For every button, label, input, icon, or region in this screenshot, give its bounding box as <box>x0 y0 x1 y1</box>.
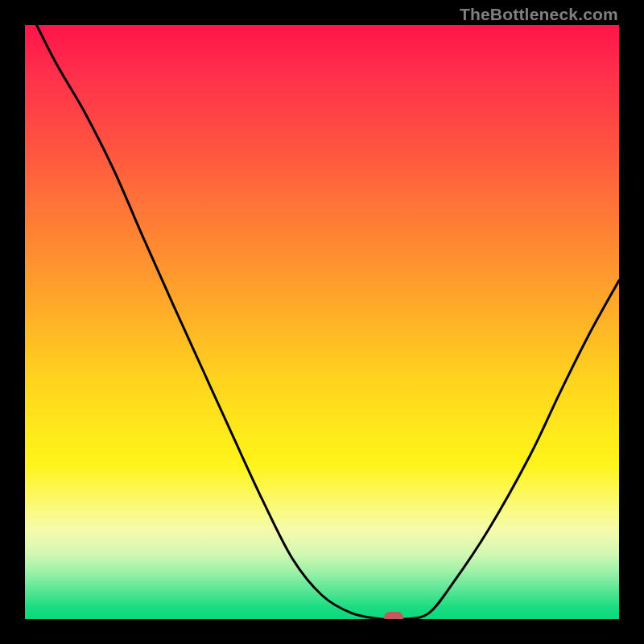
chart-plot-area <box>25 25 619 619</box>
watermark-text: TheBottleneck.com <box>460 5 618 24</box>
chart-marker <box>384 612 403 619</box>
chart-line-svg <box>25 25 619 619</box>
chart-curve <box>25 25 619 619</box>
